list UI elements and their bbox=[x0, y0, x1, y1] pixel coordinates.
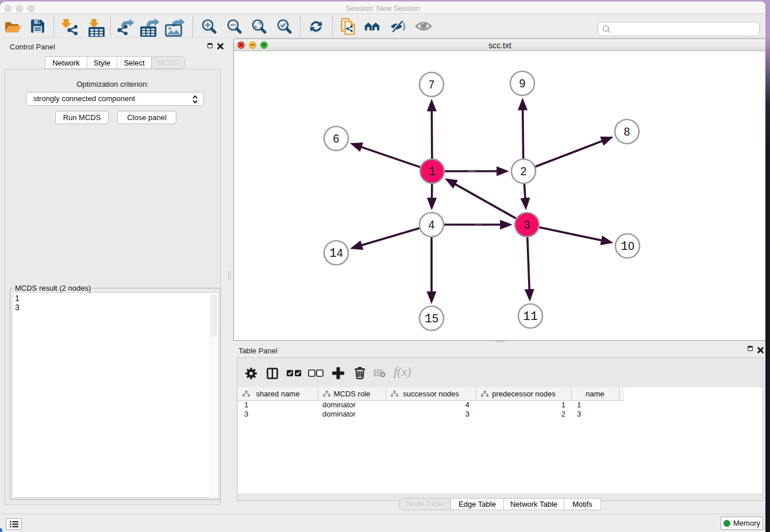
svg-text:2: 2 bbox=[521, 165, 527, 178]
svg-text:6: 6 bbox=[333, 132, 340, 145]
svg-text:9: 9 bbox=[519, 77, 526, 90]
svg-text:11: 11 bbox=[523, 310, 538, 323]
svg-text:14: 14 bbox=[329, 246, 343, 260]
svg-text:1: 1 bbox=[429, 165, 436, 179]
svg-text:3: 3 bbox=[524, 218, 530, 231]
svg-text:8: 8 bbox=[624, 125, 630, 138]
svg-text:7: 7 bbox=[429, 78, 435, 91]
svg-text:15: 15 bbox=[425, 312, 438, 326]
svg-text:10: 10 bbox=[621, 240, 634, 253]
svg-text:4: 4 bbox=[429, 218, 435, 231]
